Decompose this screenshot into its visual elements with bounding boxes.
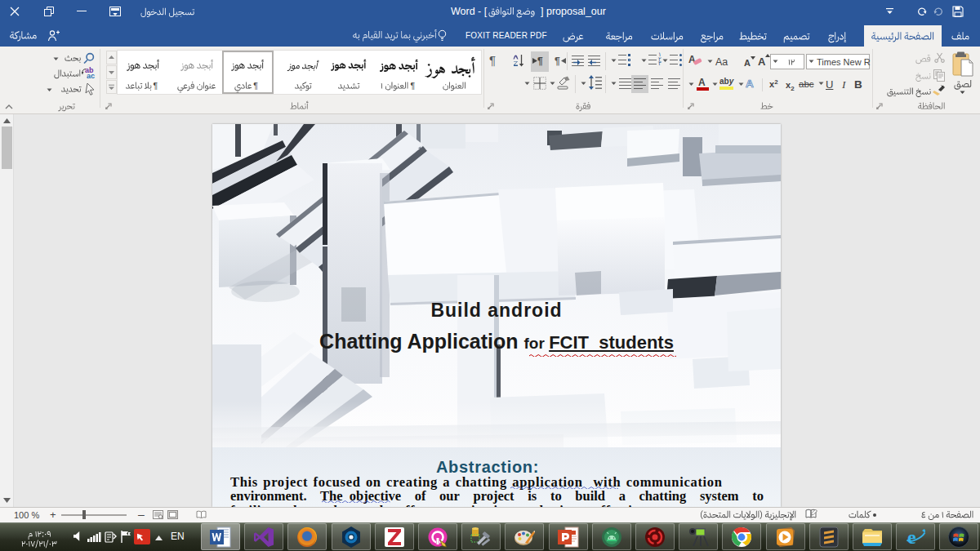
svg-text:e: e [907,527,916,548]
